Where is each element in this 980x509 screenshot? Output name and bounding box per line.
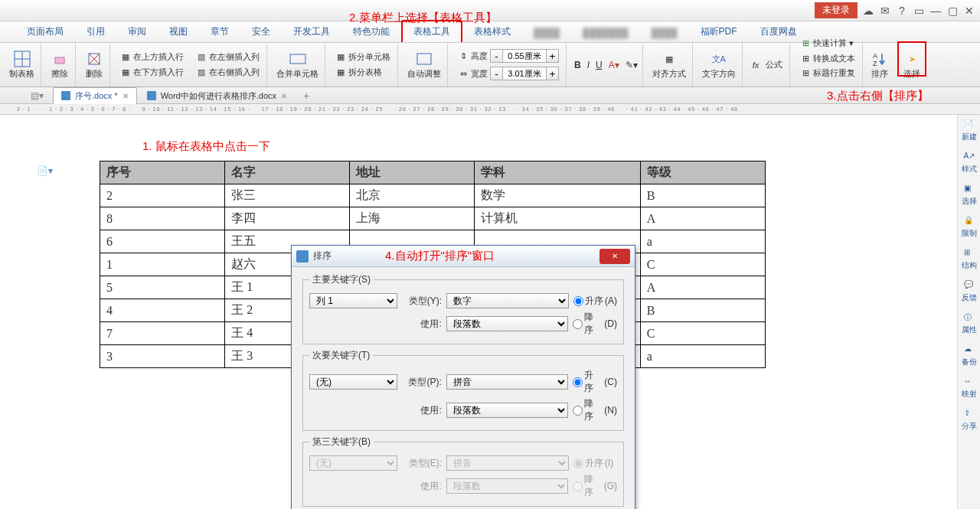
side-select[interactable]: ▣选择 — [962, 184, 977, 207]
side-share[interactable]: ⇪分享 — [962, 409, 977, 432]
auto-adjust[interactable]: 自动调整 — [406, 48, 443, 81]
minimize-icon[interactable]: ― — [929, 5, 942, 17]
insert-row-below[interactable]: ▦在下方插入行 — [118, 66, 186, 79]
tab-table-style[interactable]: 表格样式 — [462, 21, 522, 42]
insert-col-right[interactable]: ▥在右侧插入列 — [194, 66, 262, 79]
insert-col-left[interactable]: ▥在左侧插入列 — [194, 51, 262, 64]
doc-tab-1-close[interactable]: ✕ — [122, 92, 129, 100]
table-cell[interactable]: a — [640, 230, 765, 253]
tab-view[interactable]: 视图 — [158, 21, 199, 42]
help-icon[interactable]: ? — [896, 5, 908, 17]
side-map[interactable]: ↔映射 — [962, 377, 977, 400]
tab-chapters[interactable]: 章节 — [199, 21, 240, 42]
table-cell[interactable]: 5 — [100, 276, 225, 299]
side-new[interactable]: 📄新建 — [962, 119, 977, 142]
tab-nav-icon[interactable]: ▤▾ — [31, 90, 51, 101]
table-cell[interactable]: C — [640, 253, 765, 276]
dialog-titlebar[interactable]: 排序 4.自动打开"排序"窗口 ✕ — [292, 246, 635, 267]
table-cell[interactable]: 李四 — [225, 207, 350, 230]
table-cell[interactable]: 上海 — [350, 207, 475, 230]
th-3[interactable]: 学科 — [475, 162, 640, 184]
tab-page-layout[interactable]: 页面布局 — [15, 21, 75, 42]
side-backup[interactable]: ☁备份 — [962, 344, 977, 367]
text-direction[interactable]: 文A文字方向 — [701, 48, 737, 81]
side-style[interactable]: A↗样式 — [962, 152, 977, 175]
th-1[interactable]: 名字 — [225, 162, 350, 184]
doc-tab-1[interactable]: 序号.docx * ✕ — [53, 87, 137, 104]
tab-security[interactable]: 安全 — [240, 21, 282, 42]
th-0[interactable]: 序号 — [100, 162, 225, 184]
notify-icon[interactable]: ✉ — [879, 5, 891, 17]
width-input[interactable] — [503, 67, 546, 80]
secondary-desc[interactable] — [573, 406, 583, 416]
tab-table-tools[interactable]: 表格工具 — [401, 20, 462, 42]
font-color-button[interactable]: A▾ — [609, 60, 619, 70]
primary-use-select[interactable]: 段落数 — [446, 316, 569, 331]
secondary-asc[interactable] — [573, 377, 583, 387]
width-spinner[interactable]: -+ — [490, 67, 559, 80]
table-row[interactable]: 2张三北京数学B — [100, 184, 766, 207]
ribbon-collapse-icon[interactable]: ▭ — [913, 5, 925, 17]
add-doc-tab[interactable]: + — [297, 90, 315, 102]
table-cell[interactable]: 7 — [100, 322, 225, 345]
table-cell[interactable]: 6 — [100, 230, 225, 253]
maximize-icon[interactable]: ▢ — [946, 5, 959, 17]
table-cell[interactable]: A — [640, 207, 765, 230]
delete-dropdown[interactable]: 删除 — [83, 48, 105, 81]
bold-button[interactable]: B — [574, 60, 581, 70]
height-input[interactable] — [503, 50, 546, 62]
table-cell[interactable]: B — [640, 299, 765, 322]
split-table[interactable]: ▦拆分表格 — [333, 66, 393, 79]
table-cell[interactable]: 1 — [100, 253, 225, 276]
side-structure[interactable]: ⊞结构 — [962, 248, 977, 271]
cloud-icon[interactable]: ☁ — [862, 5, 874, 17]
make-table[interactable]: 制表格 — [8, 48, 36, 81]
alignment[interactable]: ▦对齐方式 — [651, 48, 688, 81]
side-feedback[interactable]: 💬反馈 — [962, 280, 977, 303]
select-dropdown[interactable]: ➤选择 — [901, 48, 923, 81]
fast-calc[interactable]: ⊞快速计算▾ — [798, 37, 858, 50]
sort-button[interactable]: AZ 排序 — [866, 48, 893, 81]
th-4[interactable]: 等级 — [640, 162, 765, 184]
table-cell[interactable]: C — [640, 322, 765, 345]
secondary-use-select[interactable]: 段落数 — [446, 403, 569, 418]
table-cell[interactable]: 3 — [100, 345, 225, 368]
merge-cells[interactable]: 合并单元格 — [275, 48, 320, 81]
title-repeat[interactable]: ⊞标题行重复 — [798, 67, 858, 80]
convert-text[interactable]: ⊞转换成文本 — [798, 52, 858, 65]
side-limit[interactable]: 🔒限制 — [962, 216, 977, 239]
italic-button[interactable]: I — [587, 60, 590, 70]
secondary-col-select[interactable]: (无) — [309, 374, 397, 390]
tab-blurred-3[interactable]: ████ — [640, 23, 689, 42]
login-badge[interactable]: 未登录 — [815, 2, 858, 18]
underline-button[interactable]: U — [596, 60, 603, 70]
highlight-button[interactable]: ✎▾ — [626, 60, 638, 70]
side-property[interactable]: ⓘ属性 — [962, 312, 977, 335]
primary-desc[interactable] — [573, 319, 583, 329]
doc-tab-2[interactable]: Word中如何进行表格排序.docx ✕ — [139, 87, 296, 104]
table-cell[interactable]: A — [640, 276, 765, 299]
table-row[interactable]: 8李四上海计算机A — [100, 207, 766, 230]
table-cell[interactable]: 数学 — [475, 184, 640, 207]
formula[interactable]: fx 公式 — [750, 58, 786, 71]
table-cell[interactable]: 北京 — [350, 184, 475, 207]
table-cell[interactable]: 张三 — [225, 184, 350, 207]
tab-dev-tools[interactable]: 开发工具 — [282, 21, 341, 42]
primary-type-select[interactable]: 数字 — [446, 293, 569, 308]
table-cell[interactable]: B — [640, 184, 765, 207]
height-spinner[interactable]: -+ — [490, 49, 559, 63]
doc-tab-2-close[interactable]: ✕ — [281, 92, 287, 100]
erase[interactable]: 擦除 — [49, 48, 70, 81]
tab-references[interactable]: 引用 — [75, 21, 116, 42]
primary-col-select[interactable]: 列 1 — [309, 293, 397, 308]
tab-review[interactable]: 审阅 — [116, 21, 158, 42]
table-cell[interactable]: a — [640, 345, 765, 368]
tab-foxit-pdf[interactable]: 福昕PDF — [689, 21, 749, 42]
primary-asc[interactable] — [573, 296, 583, 306]
insert-row-above[interactable]: ▦在上方插入行 — [118, 51, 186, 64]
table-cell[interactable]: 2 — [100, 184, 225, 207]
dialog-close[interactable]: ✕ — [599, 249, 630, 264]
table-header-row[interactable]: 序号 名字 地址 学科 等级 — [100, 162, 766, 184]
tab-special[interactable]: 特色功能 — [341, 21, 401, 42]
secondary-type-select[interactable]: 拼音 — [446, 374, 569, 390]
